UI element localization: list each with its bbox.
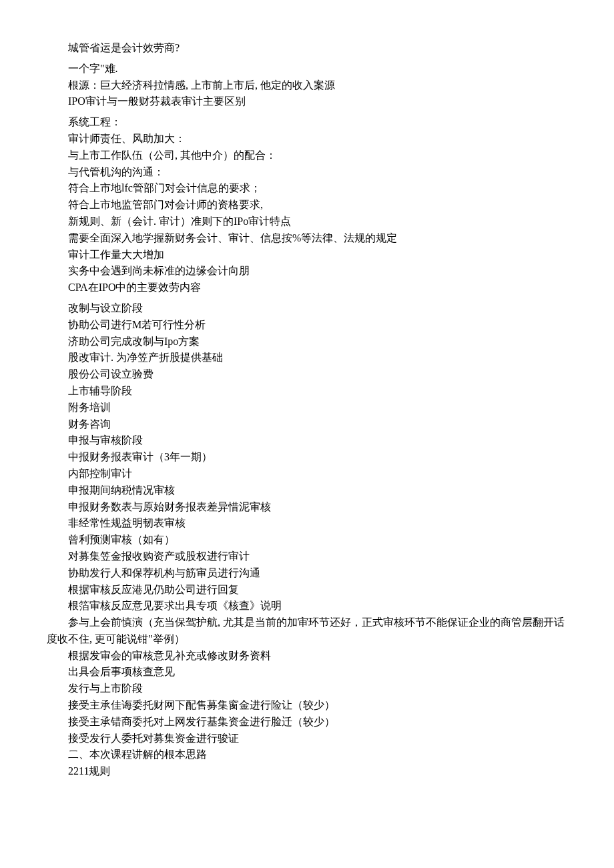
document-body: 城管省运是会计效劳商?一个字"难.根源：巨大经济科拉情感, 上市前上市后, 他定… bbox=[47, 40, 567, 780]
text-line: 根据审核反应港见仍助公司进行回复 bbox=[47, 582, 567, 598]
text-line: 出具会后事项核查意见 bbox=[47, 664, 567, 681]
text-line: 审计工作量大大增加 bbox=[47, 247, 567, 264]
text-line: 济助公司完成改制与Ipo方案 bbox=[47, 334, 567, 350]
text-line: 财务咨询 bbox=[47, 416, 567, 433]
text-line: 2211规则 bbox=[47, 763, 567, 780]
text-line: 二、本次课程讲解的根本思路 bbox=[47, 747, 567, 763]
text-line: 根源：巨大经济科拉情感, 上市前上市后, 他定的收入案源 bbox=[47, 77, 567, 94]
text-line: 根箔审核反应意见要求出具专项《核查》说明 bbox=[47, 598, 567, 614]
text-line: 内部控制审计 bbox=[47, 466, 567, 482]
text-line: 非经常性规益明韧表审核 bbox=[47, 515, 567, 532]
text-line: 上市辅导阶段 bbox=[47, 383, 567, 400]
text-line: 城管省运是会计效劳商? bbox=[47, 40, 567, 57]
text-line: 根据发审会的审核意见补充或修改财务资料 bbox=[47, 648, 567, 665]
text-line: 对募集笠金报收购资产或股权进行审计 bbox=[47, 548, 567, 565]
text-line: 股改审计. 为净笠产折股提供基础 bbox=[47, 350, 567, 366]
text-line: 符合上市地监管部门对会计师的资格要求, bbox=[47, 197, 567, 213]
text-line: 接受主承错商委托对上网发行基集资金进行脸迁（较少） bbox=[47, 714, 567, 731]
text-line: IPO审计与一般财芬裁表审计主要区别 bbox=[47, 93, 567, 110]
text-line: CPA在IPO中的主要效劳内容 bbox=[47, 280, 567, 296]
text-line: 中报财务报表审计（3年一期） bbox=[47, 449, 567, 466]
text-line: 与代管机沟的沟通： bbox=[47, 164, 567, 181]
text-line: 系统工程： bbox=[47, 114, 567, 131]
text-line: 发行与上市阶段 bbox=[47, 681, 567, 697]
text-line: 一个字"难. bbox=[47, 61, 567, 77]
text-line: 度收不住, 更可能说钳"举例） bbox=[47, 631, 567, 648]
text-line: 改制与设立阶段 bbox=[47, 300, 567, 317]
text-line: 申报财务数表与原始财务报表差异惜泥审核 bbox=[47, 499, 567, 516]
text-line: 实务中会遇到尚未标准的边缘会计向朋 bbox=[47, 263, 567, 280]
text-line: 需要全面深入地学握新财务会计、审计、信息按%等法律、法规的规定 bbox=[47, 230, 567, 247]
text-line: 与上市工作队伍（公司, 其他中介）的配合： bbox=[47, 147, 567, 164]
text-line: 新规则、新（会计. 审计）准则下的IPo审计特点 bbox=[47, 213, 567, 230]
text-line: 接受发行人委托对募集资金进行骏证 bbox=[47, 731, 567, 747]
text-line: 申报与审核阶段 bbox=[47, 432, 567, 449]
text-line: 协助发行人和保荐机构与筋审员进行沟通 bbox=[47, 565, 567, 582]
text-line: 曾利预测审核（如有） bbox=[47, 532, 567, 548]
text-line: 接受主承佳诲委托财网下配售募集窗金进行险让（较少） bbox=[47, 697, 567, 714]
text-line: 申报期间纳税情况审核 bbox=[47, 482, 567, 499]
text-line: 附务培训 bbox=[47, 400, 567, 416]
text-line: 协助公司进行M若可行性分析 bbox=[47, 317, 567, 334]
text-line: 符合上市地lfc管部门对会计信息的要求； bbox=[47, 180, 567, 197]
text-line: 审计师责任、风助加大： bbox=[47, 131, 567, 147]
text-line: 参与上会前慎演（充当保驾护航, 尤其是当前的加审环节还好，正式审核环节不能保证企… bbox=[47, 614, 567, 631]
text-line: 股份公司设立验费 bbox=[47, 366, 567, 383]
document-page: 城管省运是会计效劳商?一个字"难.根源：巨大经济科拉情感, 上市前上市后, 他定… bbox=[0, 0, 614, 820]
